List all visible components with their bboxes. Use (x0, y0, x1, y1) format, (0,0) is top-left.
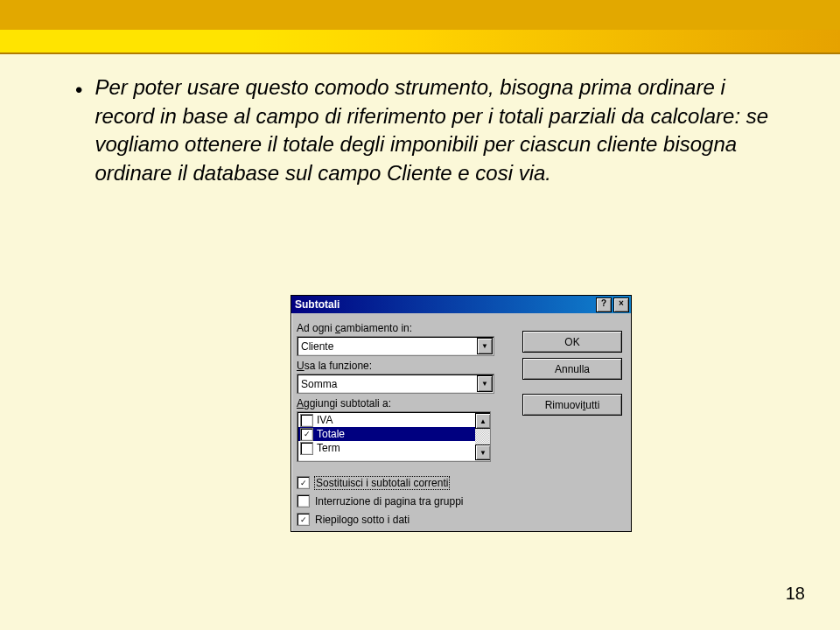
checkbox-icon[interactable]: ✓ (300, 428, 313, 441)
list-item[interactable]: Term (298, 441, 475, 455)
label-use-function: Usa la funzione: (297, 360, 498, 372)
checkbox-icon[interactable] (300, 414, 313, 427)
bullet-dot: • (75, 76, 82, 105)
checkbox-pagebreak[interactable]: Interruzione di pagina tra gruppi (297, 494, 626, 508)
ok-button[interactable]: OK (522, 331, 622, 353)
chevron-down-icon[interactable]: ▼ (477, 375, 493, 392)
combo-use-function[interactable]: Somma ▼ (297, 374, 494, 394)
subtotali-dialog: Subtotali ? × Ad ogni cambiamento in: Cl… (290, 295, 632, 532)
checkbox-icon[interactable] (300, 442, 313, 455)
scroll-down-icon[interactable]: ▼ (475, 444, 491, 460)
scroll-up-icon[interactable]: ▲ (475, 413, 491, 429)
checkbox-icon[interactable] (297, 494, 310, 508)
checkbox-replace[interactable]: ✓ Sostituisci i subtotali correnti (297, 476, 626, 489)
cancel-button[interactable]: Annulla (522, 358, 622, 380)
chevron-down-icon[interactable]: ▼ (477, 338, 493, 354)
label-add-subtotals: Aggiungi subtotali a: (297, 397, 498, 410)
combo-change-value: Cliente (301, 340, 333, 353)
header-gradient-strip (0, 30, 840, 52)
list-item-label: Term (317, 442, 340, 454)
checkbox-icon[interactable]: ✓ (297, 513, 310, 526)
checkbox-icon[interactable]: ✓ (297, 476, 310, 489)
close-icon[interactable]: × (613, 298, 629, 312)
combo-function-value: Somma (301, 378, 337, 390)
dialog-titlebar[interactable]: Subtotali ? × (291, 296, 631, 313)
header-top-bar (0, 0, 840, 30)
list-item-label: Totale (317, 428, 345, 440)
slide-content: • Per poter usare questo comodo strument… (0, 54, 840, 188)
label-change-at: Ad ogni cambiamento in: (297, 322, 498, 334)
dialog-title: Subtotali (295, 298, 340, 311)
checkbox-summary[interactable]: ✓ Riepilogo sotto i dati (297, 513, 626, 526)
checkbox-replace-label: Sostituisci i subtotali correnti (315, 477, 449, 489)
listbox-add-subtotals[interactable]: IVA ✓ Totale Term ▲ ▼ (297, 411, 491, 462)
page-number: 18 (786, 584, 805, 604)
scrollbar[interactable]: ▲ ▼ (475, 413, 489, 460)
bullet-text: Per poter usare questo comodo strumento,… (94, 74, 784, 188)
list-item[interactable]: IVA (298, 413, 475, 427)
checkbox-summary-label: Riepilogo sotto i dati (315, 514, 410, 526)
combo-change-at[interactable]: Cliente ▼ (297, 336, 494, 356)
help-icon[interactable]: ? (596, 298, 612, 312)
remove-all-button[interactable]: Rimuovi tutti (522, 394, 622, 416)
list-item[interactable]: ✓ Totale (298, 427, 475, 441)
checkbox-pagebreak-label: Interruzione di pagina tra gruppi (315, 495, 463, 508)
list-item-label: IVA (317, 414, 332, 426)
